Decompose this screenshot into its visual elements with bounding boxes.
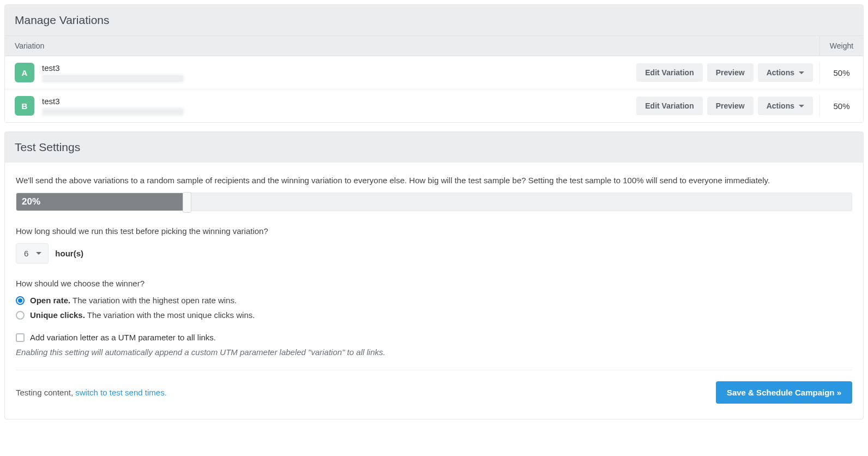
caret-down-icon bbox=[36, 252, 41, 255]
column-header-variation: Variation bbox=[5, 36, 819, 56]
radio-icon bbox=[16, 296, 25, 305]
variation-subtext-blurred bbox=[42, 75, 184, 82]
duration-unit: hour(s) bbox=[55, 249, 83, 258]
option-text: Unique clicks. The variation with the mo… bbox=[30, 310, 255, 320]
caret-down-icon bbox=[799, 71, 804, 74]
caret-down-icon bbox=[799, 105, 804, 107]
option-label: Open rate. bbox=[30, 296, 70, 305]
footer-text: Testing content, switch to test send tim… bbox=[16, 388, 167, 397]
winner-description: How should we choose the winner? bbox=[16, 279, 852, 288]
variation-text: test3 bbox=[42, 63, 184, 82]
variation-actions: Edit Variation Preview Actions bbox=[636, 63, 819, 82]
variation-letter-badge: A bbox=[15, 63, 34, 82]
variation-subtext-blurred bbox=[42, 108, 184, 116]
option-desc: The variation with the most unique click… bbox=[85, 310, 255, 320]
edit-variation-button[interactable]: Edit Variation bbox=[636, 97, 702, 115]
utm-checkbox[interactable]: Add variation letter as a UTM parameter … bbox=[16, 333, 852, 342]
slider-value-label: 20% bbox=[22, 196, 40, 207]
manage-variations-title: Manage Variations bbox=[5, 5, 863, 35]
actions-dropdown-button[interactable]: Actions bbox=[758, 97, 813, 115]
slider-handle[interactable] bbox=[183, 192, 191, 213]
option-desc: The variation with the highest open rate… bbox=[70, 296, 237, 305]
test-settings-panel: Test Settings We'll send the above varia… bbox=[4, 131, 864, 419]
variation-name: test3 bbox=[42, 63, 184, 73]
variation-weight: 50% bbox=[819, 95, 863, 117]
variation-cell: A test3 bbox=[5, 56, 636, 89]
actions-button-label: Actions bbox=[767, 68, 794, 77]
utm-helper-text: Enabling this setting will automatically… bbox=[16, 347, 852, 357]
slider-track: 20% bbox=[16, 193, 852, 211]
test-settings-title: Test Settings bbox=[5, 132, 863, 163]
actions-dropdown-button[interactable]: Actions bbox=[758, 63, 813, 82]
preview-button[interactable]: Preview bbox=[707, 63, 754, 82]
sample-size-slider[interactable]: 20% bbox=[16, 193, 852, 211]
preview-button[interactable]: Preview bbox=[707, 97, 754, 115]
sample-size-description: We'll send the above variations to a ran… bbox=[16, 176, 852, 185]
duration-description: How long should we run this test before … bbox=[16, 226, 852, 236]
column-header-weight: Weight bbox=[819, 36, 863, 56]
manage-variations-panel: Manage Variations Variation Weight A tes… bbox=[4, 4, 864, 123]
footer-prefix: Testing content, bbox=[16, 388, 75, 397]
radio-icon bbox=[16, 311, 25, 320]
slider-fill: 20% bbox=[16, 193, 183, 211]
variation-name: test3 bbox=[42, 97, 184, 106]
variation-actions: Edit Variation Preview Actions bbox=[636, 97, 819, 115]
test-settings-body: We'll send the above variations to a ran… bbox=[5, 163, 863, 419]
divider bbox=[16, 370, 852, 370]
settings-footer: Testing content, switch to test send tim… bbox=[16, 381, 852, 404]
variation-row: A test3 Edit Variation Preview Actions 5… bbox=[5, 56, 863, 89]
variation-text: test3 bbox=[42, 97, 184, 116]
variation-cell: B test3 bbox=[5, 89, 636, 122]
duration-row: 6 hour(s) bbox=[16, 243, 852, 263]
save-schedule-button[interactable]: Save & Schedule Campaign » bbox=[716, 381, 852, 404]
variation-row: B test3 Edit Variation Preview Actions 5… bbox=[5, 89, 863, 122]
option-text: Open rate. The variation with the highes… bbox=[30, 296, 237, 305]
variations-table-header: Variation Weight bbox=[5, 35, 863, 56]
winner-option-open-rate[interactable]: Open rate. The variation with the highes… bbox=[16, 296, 852, 305]
winner-option-unique-clicks[interactable]: Unique clicks. The variation with the mo… bbox=[16, 310, 852, 320]
switch-test-mode-link[interactable]: switch to test send times. bbox=[75, 388, 167, 397]
variation-letter-badge: B bbox=[15, 96, 34, 116]
utm-checkbox-label: Add variation letter as a UTM parameter … bbox=[30, 333, 216, 342]
variation-weight: 50% bbox=[819, 62, 863, 84]
edit-variation-button[interactable]: Edit Variation bbox=[636, 63, 702, 82]
option-label: Unique clicks. bbox=[30, 310, 85, 320]
checkbox-icon bbox=[16, 333, 25, 342]
duration-select[interactable]: 6 bbox=[16, 243, 49, 263]
duration-value: 6 bbox=[24, 249, 28, 258]
actions-button-label: Actions bbox=[767, 101, 794, 110]
